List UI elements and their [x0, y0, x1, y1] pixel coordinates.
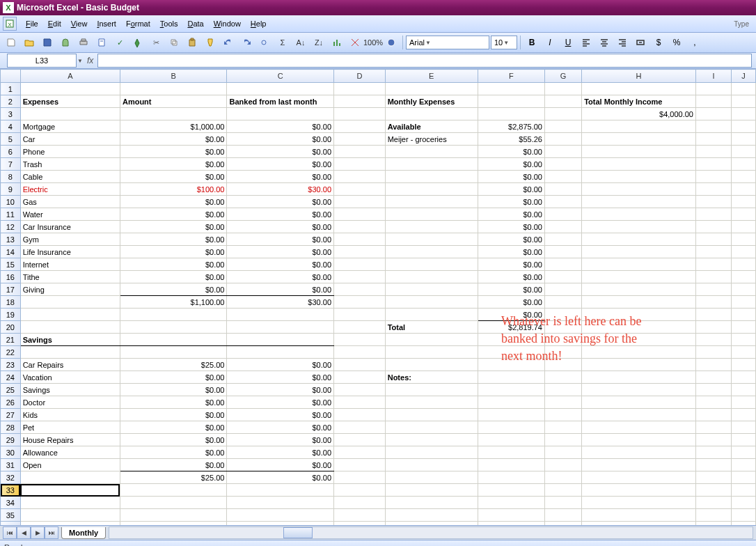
new-icon[interactable]: [3, 34, 19, 51]
cell-I25[interactable]: [695, 384, 731, 396]
cell-A2[interactable]: Expenses: [20, 95, 120, 108]
cell-E27[interactable]: [385, 409, 478, 421]
cell-F12[interactable]: $0.00: [478, 221, 544, 233]
cell-A34[interactable]: [20, 497, 120, 509]
cell-E21[interactable]: [385, 334, 478, 346]
cell-J7[interactable]: [732, 158, 756, 171]
cell-G16[interactable]: [544, 271, 581, 283]
row-header-17[interactable]: 17: [1, 283, 21, 296]
cell-A25[interactable]: Savings: [20, 384, 120, 396]
cell-A36[interactable]: [20, 522, 120, 526]
col-header-E[interactable]: E: [385, 70, 478, 83]
cell-A21[interactable]: Savings: [20, 334, 120, 346]
cell-I30[interactable]: [695, 446, 731, 459]
currency-icon[interactable]: $: [650, 34, 667, 51]
cell-G27[interactable]: [544, 409, 581, 421]
cell-I19[interactable]: [695, 309, 731, 321]
cell-B24[interactable]: $0.00: [120, 371, 227, 384]
cell-J13[interactable]: [732, 233, 756, 246]
row-header-27[interactable]: 27: [1, 409, 21, 421]
cell-F5[interactable]: $55.26: [478, 133, 544, 146]
cell-I12[interactable]: [695, 221, 731, 233]
cell-B28[interactable]: $0.00: [120, 421, 227, 434]
cell-D25[interactable]: [334, 384, 386, 396]
menu-data[interactable]: Data: [182, 18, 208, 29]
cell-H9[interactable]: [582, 183, 696, 196]
cell-B21[interactable]: [120, 334, 227, 346]
cell-C7[interactable]: $0.00: [227, 158, 334, 171]
cell-J9[interactable]: [732, 183, 756, 196]
cell-H35[interactable]: [582, 509, 696, 522]
col-header-A[interactable]: A: [20, 70, 120, 83]
cell-J20[interactable]: [732, 321, 756, 334]
cell-E9[interactable]: [385, 183, 478, 196]
cell-B12[interactable]: $0.00: [120, 221, 227, 233]
cell-A18[interactable]: [20, 296, 120, 309]
row-header-13[interactable]: 13: [1, 233, 21, 246]
cell-J4[interactable]: [732, 120, 756, 133]
cell-C26[interactable]: $0.00: [227, 396, 334, 409]
row-header-35[interactable]: 35: [1, 509, 21, 522]
cell-E8[interactable]: [385, 171, 478, 183]
cell-F28[interactable]: [478, 421, 544, 434]
cell-I24[interactable]: [695, 371, 731, 384]
cell-D21[interactable]: [334, 334, 386, 346]
cell-B31[interactable]: $0.00: [120, 459, 227, 471]
cell-J26[interactable]: [732, 396, 756, 409]
format-painter-icon[interactable]: [202, 34, 219, 51]
cell-C16[interactable]: $0.00: [227, 271, 334, 283]
cell-F1[interactable]: [478, 83, 544, 95]
row-header-5[interactable]: 5: [1, 133, 21, 146]
menu-tools[interactable]: Tools: [155, 18, 183, 29]
row-header-32[interactable]: 32: [1, 471, 21, 484]
cell-J14[interactable]: [732, 246, 756, 258]
cell-I28[interactable]: [695, 421, 731, 434]
cell-D36[interactable]: [334, 522, 386, 526]
cell-B11[interactable]: $0.00: [120, 208, 227, 221]
cell-A27[interactable]: Kids: [20, 409, 120, 421]
cell-D16[interactable]: [334, 271, 386, 283]
cell-I9[interactable]: [695, 183, 731, 196]
cell-B35[interactable]: [120, 509, 227, 522]
cell-I21[interactable]: [695, 334, 731, 346]
cell-E30[interactable]: [385, 446, 478, 459]
cell-H14[interactable]: [582, 246, 696, 258]
select-all-corner[interactable]: [1, 70, 21, 83]
cell-I16[interactable]: [695, 271, 731, 283]
italic-icon[interactable]: I: [542, 34, 558, 51]
row-header-33[interactable]: 33: [1, 484, 21, 497]
row-header-22[interactable]: 22: [1, 346, 21, 359]
cell-I8[interactable]: [695, 171, 731, 183]
cell-C2[interactable]: Banked from last month: [227, 95, 334, 108]
cell-D13[interactable]: [334, 233, 386, 246]
cell-G15[interactable]: [544, 258, 581, 271]
cell-E33[interactable]: [385, 484, 478, 497]
cell-J33[interactable]: [732, 484, 756, 497]
cell-G26[interactable]: [544, 396, 581, 409]
cell-D26[interactable]: [334, 396, 386, 409]
cell-B29[interactable]: $0.00: [120, 434, 227, 446]
cell-J15[interactable]: [732, 258, 756, 271]
menu-view[interactable]: View: [66, 18, 93, 29]
copy-icon[interactable]: [166, 34, 182, 51]
cell-B17[interactable]: $0.00: [120, 283, 227, 296]
cell-D35[interactable]: [334, 509, 386, 522]
cell-H4[interactable]: [582, 120, 696, 133]
cell-A4[interactable]: Mortgage: [20, 120, 120, 133]
cell-E28[interactable]: [385, 421, 478, 434]
cell-C8[interactable]: $0.00: [227, 171, 334, 183]
cell-G30[interactable]: [544, 446, 581, 459]
cell-C32[interactable]: $0.00: [227, 471, 334, 484]
cell-F25[interactable]: [478, 384, 544, 396]
cell-J22[interactable]: [732, 346, 756, 359]
cell-J2[interactable]: [732, 95, 756, 108]
cell-E12[interactable]: [385, 221, 478, 233]
cell-J12[interactable]: [732, 221, 756, 233]
cell-J34[interactable]: [732, 497, 756, 509]
cell-I10[interactable]: [695, 196, 731, 208]
document-icon[interactable]: X: [3, 17, 17, 31]
cell-A1[interactable]: [20, 83, 120, 95]
print-icon[interactable]: [75, 34, 92, 51]
cell-G25[interactable]: [544, 384, 581, 396]
cell-E23[interactable]: [385, 359, 478, 371]
